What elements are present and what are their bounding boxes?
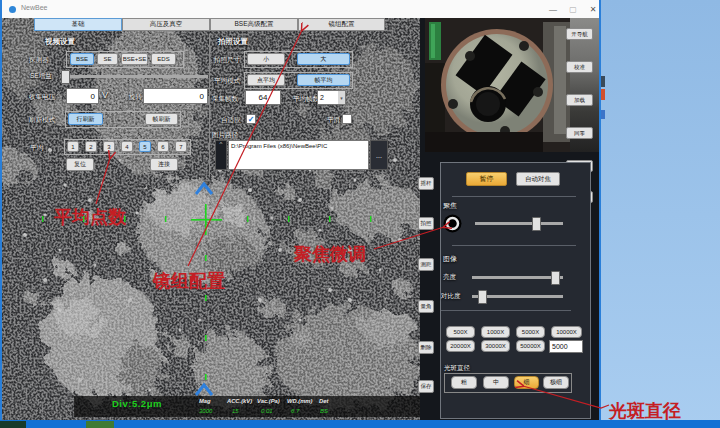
photo-settings-title: 拍照设置 <box>218 37 248 47</box>
reset-button[interactable]: 复位 <box>66 158 94 171</box>
mag-5000x-button[interactable]: 5000X <box>516 326 545 338</box>
focus-slider[interactable] <box>475 222 563 225</box>
brightness-slider[interactable] <box>472 276 563 279</box>
smooth-label: 平滑 <box>327 116 340 125</box>
status-col-vac-value: 0.01 <box>261 408 273 414</box>
average-5-button[interactable]: 5 <box>139 141 151 152</box>
brightness-label: 亮度 <box>443 273 456 282</box>
stage-nav-button[interactable]: 开导航 <box>566 28 593 40</box>
tab-bse-advanced[interactable]: BSE高级配置 <box>210 18 298 31</box>
autofocus-button[interactable]: 自动对焦 <box>516 172 560 186</box>
joystick-button[interactable]: 摇杆 <box>418 177 434 190</box>
voltage-unit-label: V <box>102 90 108 100</box>
status-col-mag-value: 3000 <box>199 408 212 414</box>
tab-hv-vacuum[interactable]: 高压及真空 <box>122 18 210 31</box>
spot-size-label: 光斑直径 <box>444 364 470 373</box>
stage-calibrate-button[interactable]: 校准 <box>566 61 593 73</box>
contrast-label: 对比度 <box>441 292 461 301</box>
detector-label: 探测器 <box>29 56 49 65</box>
separator <box>441 310 571 311</box>
refresh-line-button[interactable]: 行刷新 <box>68 113 103 125</box>
title-bar <box>2 0 599 18</box>
refresh-frame-button[interactable]: 帧刷新 <box>145 113 178 125</box>
close-button[interactable]: ✕ <box>583 1 603 17</box>
average-2-button[interactable]: 2 <box>85 141 97 152</box>
status-col-det-header: Det <box>319 398 328 404</box>
collect-voltage-label: 收集电压 <box>29 93 55 102</box>
desktop-icon[interactable] <box>601 110 605 119</box>
desktop-icon[interactable] <box>601 76 605 87</box>
tab-basic[interactable]: 基础 <box>34 18 122 31</box>
average-7-button[interactable]: 7 <box>175 141 187 152</box>
average-3-button[interactable]: 3 <box>103 141 115 152</box>
spot-extrafine-button[interactable]: 极细 <box>543 376 569 389</box>
dropdown-arrow-icon[interactable]: ▾ <box>338 91 345 104</box>
detector-se-button[interactable]: SE <box>97 53 118 65</box>
se-gain-label: SE增益 <box>30 72 52 81</box>
status-col-vac-header: Vac.(Pa) <box>257 398 280 404</box>
detector-bse-button[interactable]: BSE <box>70 53 94 65</box>
se-gain-slider-thumb[interactable] <box>61 70 70 84</box>
contrast-slider-thumb[interactable] <box>478 290 487 304</box>
chamber-camera-view <box>425 18 570 152</box>
desktop-icon[interactable] <box>601 89 605 100</box>
browse-button[interactable]: ... <box>370 140 388 170</box>
mag-1000x-button[interactable]: 1000X <box>481 326 510 338</box>
rotation-input[interactable]: 0 <box>143 88 208 104</box>
frames-label: 采集帧数 <box>212 95 238 104</box>
capture-button[interactable]: 拍照 <box>418 217 434 230</box>
annotation-spot-diameter: 光斑直径 <box>609 399 681 423</box>
frames-input[interactable]: 64 <box>245 90 281 105</box>
average-label: 平均 <box>30 144 43 153</box>
detector-eds-button[interactable]: EDS <box>151 53 176 65</box>
path-input[interactable]: D:\Program Files (x86)\NewBee\PIC <box>228 140 369 170</box>
smooth-checkbox[interactable] <box>342 114 352 124</box>
video-settings-title: 视频设置 <box>45 37 75 47</box>
mag-20000x-button[interactable]: 20000X <box>446 340 475 352</box>
mag-500x-button[interactable]: 500X <box>446 326 475 338</box>
status-col-acc-header: ACC.(kV) <box>227 398 252 404</box>
focus-knob[interactable] <box>443 214 462 233</box>
pause-button[interactable]: 暂停 <box>466 172 507 186</box>
average-6-button[interactable]: 6 <box>157 141 169 152</box>
brightness-slider-thumb[interactable] <box>551 271 560 285</box>
adaptive-checkbox[interactable]: ✓ <box>246 114 256 124</box>
path-scroll-icon[interactable]: ^ <box>215 140 227 170</box>
stage-load-button[interactable]: 加载 <box>566 94 593 106</box>
maximize-button[interactable]: ▢ <box>563 1 583 17</box>
mag-value-input[interactable]: 5000 <box>549 340 583 353</box>
avg-point-button[interactable]: 点平均 <box>247 74 285 86</box>
angle-button[interactable]: 量角 <box>418 300 434 313</box>
taskbar-icon[interactable] <box>86 421 114 428</box>
minimize-button[interactable]: — <box>543 1 563 17</box>
focus-label: 聚焦 <box>443 201 457 211</box>
spot-fine-button[interactable]: 细 <box>514 376 539 389</box>
mag-50000x-button[interactable]: 50000X <box>516 340 545 352</box>
collect-voltage-input[interactable]: 0 <box>66 88 99 104</box>
spot-coarse-button[interactable]: 粗 <box>451 376 477 389</box>
focus-slider-thumb[interactable] <box>532 217 541 231</box>
mag-10000x-button[interactable]: 10000X <box>551 326 582 338</box>
div-scale-label: Div:5.2μm <box>112 398 162 409</box>
detector-bse-se-button[interactable]: BSE+SE <box>121 53 148 65</box>
avg-frame-button[interactable]: 帧平均 <box>297 74 350 86</box>
connect-button[interactable]: 连接 <box>150 158 178 171</box>
save-button[interactable]: 保存 <box>418 380 434 393</box>
panel-divider <box>209 34 210 176</box>
average-4-button[interactable]: 4 <box>121 141 133 152</box>
spot-medium-button[interactable]: 中 <box>483 376 509 389</box>
adaptive-label: 自适应 <box>221 116 241 125</box>
size-large-button[interactable]: 大 <box>297 53 350 65</box>
annotation-lens-config: 镜组配置 <box>153 269 225 293</box>
size-small-button[interactable]: 小 <box>247 53 285 65</box>
stage-zero-button[interactable]: 回零 <box>566 127 593 139</box>
measure-button[interactable]: 测距 <box>418 258 434 271</box>
separator <box>452 245 576 246</box>
mag-30000x-button[interactable]: 30000X <box>481 340 510 352</box>
delete-button[interactable]: 删除 <box>418 341 434 354</box>
tab-lens-config[interactable]: 镜组配置 <box>298 18 385 31</box>
se-gain-slider[interactable] <box>62 75 208 78</box>
window-title: NewBee <box>21 4 47 11</box>
average-1-button[interactable]: 1 <box>67 141 79 152</box>
taskbar-icon[interactable] <box>0 421 26 428</box>
